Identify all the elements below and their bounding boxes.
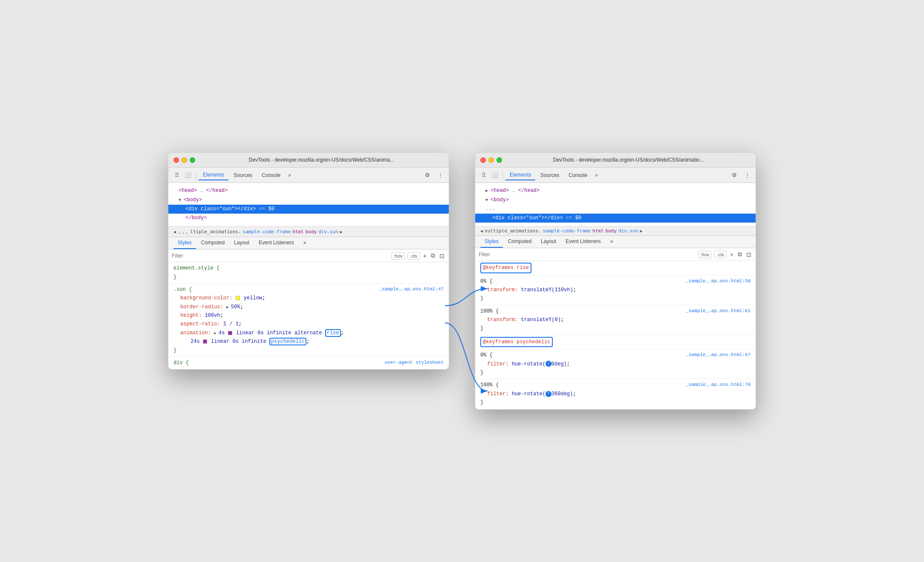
- psychedelic-100-prop: filter: hue-rotate(!360deg);: [480, 390, 751, 398]
- tree-line-ellipsis[interactable]: ...: [475, 205, 756, 214]
- psychedelic-100-source[interactable]: _sample_.ap…ons.html:70: [686, 381, 751, 389]
- hov-button-right[interactable]: :hov: [698, 251, 712, 258]
- tab-console-right[interactable]: Console: [564, 171, 592, 180]
- breadcrumb-html-right[interactable]: html: [592, 228, 604, 234]
- keyframes-psychedelic-header: @keyframes psychedelic: [480, 337, 751, 347]
- styles-panel-right: @keyframes rise 0% { _sample_.ap…ons.htm…: [475, 261, 756, 409]
- settings-icon-right[interactable]: ⚙: [729, 170, 739, 180]
- tab-styles-left[interactable]: Styles: [173, 237, 196, 249]
- rise-0-prop: transform: translateY(110vh);: [480, 286, 751, 294]
- plus-icon-right[interactable]: +: [729, 250, 734, 259]
- hov-button-left[interactable]: :hov: [391, 252, 405, 260]
- breadcrumb-body-right[interactable]: body: [606, 228, 617, 234]
- tab-layout-left[interactable]: Layout: [230, 237, 254, 249]
- toolbar-right-left: ⚙ ⋮: [422, 170, 445, 180]
- css-prop-border-radius: border-radius: ▶ 50%;: [173, 303, 444, 311]
- tab-elements-right[interactable]: Elements: [505, 170, 535, 180]
- panel-tabs-right: Styles Computed Layout Event Listeners »: [475, 236, 756, 248]
- tab-elements-left[interactable]: Elements: [199, 170, 228, 180]
- toolbar-right-right: ⚙ ⋮: [729, 170, 752, 180]
- tab-layout-right[interactable]: Layout: [537, 236, 560, 248]
- toolbar-more-right[interactable]: »: [592, 171, 601, 180]
- tree-line-selected-right[interactable]: <div class="sun"></div> == $0: [475, 214, 756, 223]
- css-prop-aspect-ratio: aspect-ratio: 1 / 1;: [173, 320, 444, 328]
- window-title-left: DevTools - developer.mozilla.org/en-US/d…: [199, 157, 444, 163]
- css-selector-element: element.style {: [173, 264, 444, 272]
- css-rule-psychedelic-0: 0% { _sample_.ap…ons.html:67 filter: hue…: [475, 349, 756, 379]
- breadcrumb-body[interactable]: body: [306, 229, 317, 235]
- minimize-button-right[interactable]: [488, 157, 494, 163]
- maximize-button-right[interactable]: [497, 157, 502, 163]
- tab-event-listeners-left[interactable]: Event Listeners: [254, 237, 298, 249]
- rise-100-closing: }: [480, 324, 751, 333]
- device-icon[interactable]: ⬜: [183, 170, 193, 180]
- css-prop-bg: background-color: yellow;: [173, 294, 444, 302]
- breadcrumb-back-arrow[interactable]: ◀: [173, 229, 176, 234]
- devtools-window-right: DevTools - developer.mozilla.org/en-US/d…: [475, 152, 756, 409]
- rise-0-source[interactable]: _sample_.ap…ons.html:58: [686, 277, 751, 285]
- maximize-button[interactable]: [190, 157, 195, 163]
- inspect-icon-right[interactable]: ⠿: [479, 170, 489, 180]
- menu-icon-left[interactable]: ⋮: [435, 170, 445, 180]
- tab-sources-right[interactable]: Sources: [536, 171, 563, 180]
- tab-sources-left[interactable]: Sources: [229, 171, 257, 180]
- copy-icon-left[interactable]: ⧉: [430, 251, 436, 260]
- breadcrumb-file-right[interactable]: nultiple_animations.: [485, 228, 541, 234]
- breadcrumb-html[interactable]: html: [292, 229, 304, 235]
- tab-event-listeners-right[interactable]: Event Listeners: [561, 236, 605, 248]
- sidebar-icon-right[interactable]: ⊡: [745, 250, 752, 259]
- breadcrumb-right: ◀ nultiple_animations.sample-code-frame …: [475, 226, 756, 236]
- css-rule-element-style: element.style { }: [168, 262, 449, 284]
- breadcrumb-frame-right[interactable]: sample-code-frame: [543, 228, 591, 234]
- copy-icon-right[interactable]: ⧉: [737, 250, 743, 259]
- psychedelic-0-closing: }: [480, 368, 751, 377]
- filter-input-left[interactable]: [172, 253, 389, 259]
- tab-console-left[interactable]: Console: [257, 171, 285, 180]
- tree-line[interactable]: ▼ <body>: [168, 196, 449, 205]
- breadcrumb-dots[interactable]: ...: [178, 228, 188, 235]
- sidebar-icon-left[interactable]: ⊡: [439, 252, 445, 260]
- settings-icon-left[interactable]: ⚙: [422, 170, 433, 180]
- filter-bar-left: :hov .cls + ⧉ ⊡: [168, 249, 449, 262]
- warning-icon-2: !: [546, 391, 552, 397]
- close-button-right[interactable]: [480, 157, 486, 163]
- rise-100-source[interactable]: _sample_.ap…ons.html:61: [686, 307, 751, 315]
- rise-100-prop: transform: translateY(0);: [480, 316, 751, 324]
- rise-0-closing: }: [480, 294, 751, 303]
- styles-panel-left: element.style { } .sun { _sample_.ap…ons…: [168, 262, 449, 369]
- tab-styles-right[interactable]: Styles: [480, 236, 503, 248]
- tab-more-left[interactable]: »: [299, 237, 311, 249]
- tree-line[interactable]: ▶ <head> … </head>: [475, 186, 756, 195]
- tab-computed-left[interactable]: Computed: [197, 237, 229, 249]
- tree-line[interactable]: ▼ <body>: [475, 196, 756, 205]
- breadcrumb-divsun-right[interactable]: div.sun: [618, 228, 638, 234]
- minimize-button[interactable]: [182, 157, 187, 163]
- css-source-partial[interactable]: user-agent stylesheet: [384, 359, 444, 367]
- breadcrumb-forward-arrow[interactable]: ▶: [340, 229, 343, 234]
- toolbar-more-left[interactable]: »: [286, 171, 294, 180]
- breadcrumb-fwd-right[interactable]: ▶: [640, 229, 642, 233]
- menu-icon-right[interactable]: ⋮: [742, 170, 752, 180]
- tree-line[interactable]: <head> … </head>: [168, 186, 449, 195]
- psychedelic-0-source[interactable]: _sample_.ap…ons.html:67: [686, 351, 751, 359]
- cls-button-right[interactable]: .cls: [714, 251, 727, 258]
- css-source-sun[interactable]: _sample_.ap…ons.html:47: [379, 285, 444, 293]
- css-closing-element: }: [173, 273, 444, 281]
- plus-icon-left[interactable]: +: [422, 252, 427, 260]
- cls-button-left[interactable]: .cls: [407, 252, 420, 260]
- filter-input-right[interactable]: [479, 252, 696, 258]
- color-swatch-yellow: [236, 296, 240, 300]
- inspect-icon[interactable]: ⠿: [172, 170, 182, 180]
- breadcrumb-file[interactable]: ltiple_animations.: [190, 229, 241, 235]
- tree-line-selected[interactable]: <div class="sun"></div> == $0: [168, 205, 449, 214]
- html-tree-left: <head> … </head> ▼ <body> <div class="su…: [168, 183, 449, 226]
- breadcrumb-frame[interactable]: sample-code-frame: [243, 229, 291, 235]
- tab-more-right[interactable]: »: [606, 236, 618, 248]
- devtools-toolbar-right: ⠿ ⬜ Elements Sources Console » ⚙ ⋮: [475, 168, 756, 183]
- tab-computed-right[interactable]: Computed: [504, 236, 536, 248]
- tree-line[interactable]: </body>: [168, 214, 449, 223]
- close-button[interactable]: [173, 157, 179, 163]
- breadcrumb-back-right[interactable]: ◀: [480, 229, 483, 233]
- device-icon-right[interactable]: ⬜: [490, 170, 500, 180]
- breadcrumb-divsun[interactable]: div.sun: [318, 229, 338, 235]
